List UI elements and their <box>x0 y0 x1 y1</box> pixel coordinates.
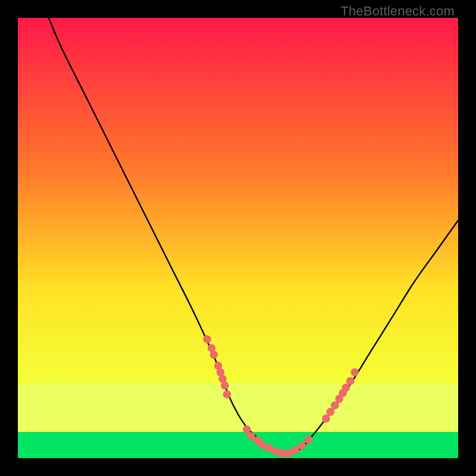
chart-frame <box>18 18 458 458</box>
data-dot <box>305 436 313 444</box>
data-dot <box>221 381 229 390</box>
data-dot <box>223 390 231 399</box>
watermark-text: TheBottleneck.com <box>340 4 455 19</box>
data-dot <box>298 441 306 450</box>
data-dot <box>322 415 330 423</box>
data-dot <box>247 432 255 440</box>
gradient-background <box>18 18 458 458</box>
data-dot <box>203 335 211 343</box>
bottleneck-chart <box>18 18 458 458</box>
data-dot <box>243 425 251 434</box>
data-dot <box>346 377 355 386</box>
data-dot <box>342 384 350 392</box>
data-dot <box>210 350 218 359</box>
data-dot <box>331 401 339 409</box>
data-dot <box>350 368 359 377</box>
data-dot <box>327 408 335 416</box>
data-dot <box>291 446 299 455</box>
